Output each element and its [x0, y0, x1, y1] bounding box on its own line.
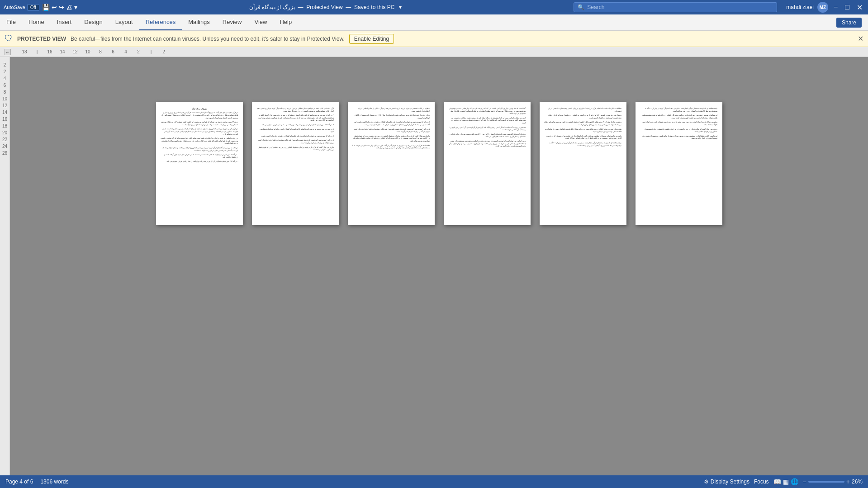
title-bar-center: بزرگ از دیدگاه قرآن — Protected View — S… — [77, 4, 574, 10]
minimize-button[interactable]: − — [832, 2, 840, 12]
page-3-section-4: ۵- در آیه ۱ سوره عبس آمده است که خداوند … — [352, 128, 430, 133]
tab-layout[interactable]: Layout — [109, 14, 139, 30]
tab-insert[interactable]: Insert — [51, 14, 78, 30]
title-bar-right: mahdi ziaei MZ − □ ✕ — [786, 2, 864, 13]
page-6-section-1: نتیجه مطالعه ای که توسط محققان قرآنی انج… — [640, 108, 718, 113]
view-icons: 📖 ▦ 🌐 — [773, 478, 798, 485]
share-button[interactable]: Share — [836, 18, 862, 28]
undo-icon[interactable]: ↩ — [52, 4, 57, 11]
user-avatar[interactable]: MZ — [817, 2, 828, 13]
ruler-12: 12 — [69, 49, 81, 54]
margin-24: 24 — [2, 143, 7, 150]
page-4-section-3: همچنین در روایات آمده است که اگر کسی زمی… — [448, 127, 526, 132]
margin-6: 6 — [4, 82, 6, 89]
page-6-section-5: این تعالیم با تاکید بر شکرگزاری، مسئولیت… — [640, 135, 718, 140]
page-3-content: به علاوه در کتاب تخصصی در حوزه مزرعه دار… — [352, 108, 430, 150]
ruler-18: 18 — [18, 49, 31, 54]
page-3-section-1: به علاوه در کتاب تخصصی در حوزه مزرعه دار… — [352, 108, 430, 113]
tab-view[interactable]: View — [248, 14, 273, 30]
ruler-sep2: | — [145, 49, 157, 54]
ruler-2r: 2 — [157, 49, 170, 54]
autosave-label: AutoSave — [4, 5, 25, 10]
protected-view-close-button[interactable]: ✕ — [858, 34, 863, 43]
margin-10: 10 — [2, 95, 7, 102]
title-bar: AutoSave Off 💾 ↩ ↪ 🖨 ▾ بزرگ از دیدگاه قر… — [0, 0, 868, 14]
tab-design[interactable]: Design — [78, 14, 109, 30]
page-4-section-1: گفته است که حقا بهترین مزارع را آن کس کش… — [448, 108, 526, 115]
ribbon-share-area: Share — [830, 18, 868, 28]
page-5-section-4: فناوری های نوین در حوزه کشاورزی می توانن… — [544, 128, 622, 133]
page-4-content: گفته است که حقا بهترین مزارع را آن کس کش… — [448, 108, 526, 148]
save-icon[interactable]: 💾 — [42, 4, 50, 11]
page-5-section-6: نتیجه مطالعه ای که توسط محققان قرآنی انج… — [544, 142, 622, 147]
margin-12: 12 — [2, 102, 7, 109]
page-2-section-4: ۳- در مورد ۱ سوره حدید می فرماید که دنیا… — [256, 128, 334, 133]
doc-page-6[interactable]: نتیجه مطالعه ای که توسط محققان قرآنی انج… — [636, 102, 722, 225]
page-4-section-2: از آیات و روایات اسلامی برمی آید که کشاو… — [448, 117, 526, 125]
page-3-section-2: در این نجات از خود قرآن نیز به صراحت آمد… — [352, 114, 430, 119]
web-view-icon[interactable]: 🌐 — [791, 478, 798, 485]
margin-22: 22 — [2, 136, 7, 143]
search-box[interactable]: 🔍 — [574, 2, 777, 12]
restore-button[interactable]: □ — [843, 2, 851, 12]
page-3-section-3: ۴- در آیه ۵۶ سوره رحمن می خوانیم که خداو… — [352, 121, 430, 126]
ruler-corner[interactable]: ⌐ — [5, 49, 11, 55]
tab-mailings[interactable]: Mailings — [182, 14, 216, 30]
redo-icon[interactable]: ↪ — [59, 4, 64, 11]
zoom-in-button[interactable]: + — [846, 478, 850, 485]
page-6-content: نتیجه مطالعه ای که توسط محققان قرآنی انج… — [640, 108, 718, 140]
user-name: mahdi ziaei — [786, 4, 814, 10]
close-button[interactable]: ✕ — [855, 2, 864, 13]
tab-references[interactable]: References — [139, 14, 182, 30]
page-2-section-7: بنابراین می توان گفت که قرآن کریم توجه و… — [256, 147, 334, 152]
autosave-toggle[interactable]: Off — [27, 4, 39, 11]
search-input[interactable] — [587, 4, 773, 10]
zoom-slider[interactable] — [808, 481, 844, 483]
page-1-section-7: - در آیه ۲۷۶ سوره بقره، خداوند ربا را از… — [161, 161, 238, 163]
page-2-section-1: از آن لحاظ در کتاب متعبد می خواهم به بیا… — [256, 108, 334, 113]
ruler-sep1: | — [31, 49, 43, 54]
doc-page-2[interactable]: از آن لحاظ در کتاب متعبد می خواهم به بیا… — [252, 102, 339, 225]
autosave-area: AutoSave Off — [4, 4, 39, 11]
zoom-out-button[interactable]: − — [803, 478, 806, 485]
word-count: 1306 words — [40, 479, 68, 485]
display-settings-button[interactable]: ⚙ Display Settings — [704, 479, 749, 485]
margin-20: 20 — [2, 129, 7, 136]
layout-view-icon[interactable]: ▦ — [783, 478, 789, 485]
doc-page-3[interactable]: به علاوه در کتاب تخصصی در حوزه مزرعه دار… — [348, 102, 435, 225]
page-1-section-4: در روایات اسلامی نیز توجه ویژه ای به کشا… — [161, 137, 238, 145]
ruler: ⌐ 18 | 16 14 12 10 8 6 4 2 | 2 — [0, 47, 868, 57]
document-canvas: مزرع از دیدگاه قرآن در قرآن مجید، در جای… — [10, 57, 868, 475]
doc-page-1[interactable]: مزرع از دیدگاه قرآن در قرآن مجید، در جای… — [156, 102, 243, 225]
page-2-section-2: ۱- در آیه ۱۷ سوره برس می خوانیم که کفار … — [256, 114, 334, 122]
page-4-section-4: در قرآن کریم نیز تاکید شده است که خداوند… — [448, 133, 526, 138]
doc-page-5[interactable]: مطالعات نشان داده است که تعالیم قرآن در … — [540, 102, 626, 225]
zoom-level: 26% — [852, 479, 863, 485]
customize-icon[interactable]: ▾ — [74, 4, 77, 11]
page-3-section-6: خلاصه اینکه قرآن کریم به مزرعه و کشاورزی… — [352, 145, 430, 150]
ruler-8: 8 — [94, 49, 107, 54]
tab-help[interactable]: Help — [273, 14, 298, 30]
print-icon[interactable]: 🖨 — [66, 4, 72, 11]
margin-16: 16 — [2, 116, 7, 123]
page-1-section-2: در آیه ۲۳ سوره واقعه، خداوند می فرماید ک… — [161, 121, 238, 126]
ruler-10: 10 — [81, 49, 94, 54]
zoom-controls: − + 26% — [803, 478, 863, 485]
page-5-content: مطالعات نشان داده است که تعالیم قرآن در … — [544, 108, 622, 147]
ruler-4: 4 — [119, 49, 132, 54]
margin-18: 18 — [2, 123, 7, 129]
tab-home[interactable]: Home — [22, 14, 51, 30]
page-2-content: از آن لحاظ در کتاب متعبد می خواهم به بیا… — [256, 108, 334, 152]
focus-button[interactable]: Focus — [754, 479, 769, 485]
page-5-section-5: با توجه به تعالیم قرآنی و روایات اسلامی،… — [544, 135, 622, 140]
enable-editing-button[interactable]: Enable Editing — [349, 34, 394, 44]
title-bar-left: AutoSave Off 💾 ↩ ↪ 🖨 ▾ — [4, 4, 77, 11]
ruler-2: 2 — [132, 49, 145, 54]
read-view-icon[interactable]: 📖 — [773, 478, 781, 485]
page-2-section-3: ۲- در آیه ۲۷۶ سوره بقره، خداوند ربا را ا… — [256, 124, 334, 127]
doc-page-4[interactable]: گفته است که حقا بهترین مزارع را آن کس کش… — [444, 102, 531, 225]
tab-file[interactable]: File — [0, 14, 22, 30]
protected-view-bar: 🛡 PROTECTED VIEW Be careful—files from t… — [0, 31, 868, 47]
page-6-section-2: این مطالعات همچنین نشان می دهد که قرآن ب… — [640, 114, 718, 119]
tab-review[interactable]: Review — [216, 14, 248, 30]
